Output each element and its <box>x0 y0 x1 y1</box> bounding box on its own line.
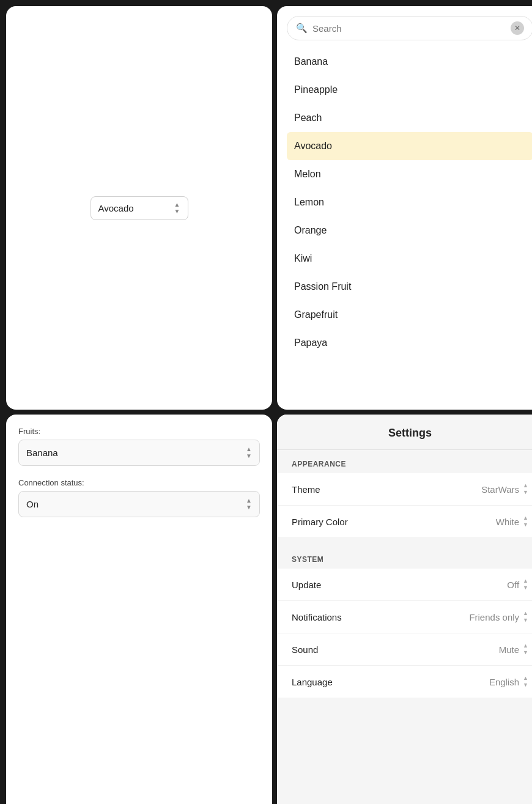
list-item[interactable]: Melon <box>287 160 532 188</box>
stepper-down-icon: ▼ <box>523 682 528 688</box>
update-label: Update <box>292 580 321 590</box>
list-item[interactable]: Papaya <box>287 329 532 357</box>
list-item[interactable]: Lemon <box>287 188 532 216</box>
stepper-up-icon: ▲ <box>523 643 528 649</box>
primary-color-stepper: ▲ ▼ <box>523 515 528 528</box>
theme-row[interactable]: Theme StarWars ▲ ▼ <box>277 473 532 506</box>
theme-value: StarWars <box>481 484 519 495</box>
connection-field-group: Connection status: On ▲ ▼ <box>18 478 260 517</box>
connection-stepper: ▲ ▼ <box>246 498 252 511</box>
stepper-up-icon: ▲ <box>523 483 528 489</box>
list-item[interactable]: Kiwi <box>287 245 532 273</box>
stepper-down-icon: ▼ <box>523 585 528 591</box>
list-item[interactable]: Passion Fruit <box>287 273 532 301</box>
fruits-select[interactable]: Banana ▲ ▼ <box>18 440 260 466</box>
top-left-panel: Avocado ▲ ▼ <box>6 6 272 410</box>
system-section-title: SYSTEM <box>277 545 532 569</box>
sound-row[interactable]: Sound Mute ▲ ▼ <box>277 633 532 666</box>
language-value-group: English ▲ ▼ <box>489 676 528 688</box>
language-label: Language <box>292 677 333 687</box>
list-item-selected[interactable]: Avocado <box>287 132 532 160</box>
update-stepper: ▲ ▼ <box>523 578 528 591</box>
fruits-select-value: Banana <box>26 448 58 458</box>
stepper-up-icon: ▲ <box>523 676 528 681</box>
update-row[interactable]: Update Off ▲ ▼ <box>277 569 532 601</box>
fruit-list: Banana Pineapple Peach Avocado Melon Lem… <box>287 48 532 357</box>
search-bar: 🔍 ✕ <box>287 16 532 40</box>
fruits-label: Fruits: <box>18 427 260 436</box>
sound-value-group: Mute ▲ ▼ <box>499 643 528 655</box>
stepper-up-icon: ▲ <box>174 202 180 208</box>
theme-value-group: StarWars ▲ ▼ <box>481 483 528 495</box>
stepper-down-icon: ▼ <box>174 208 180 215</box>
appearance-section-title: APPEARANCE <box>277 450 532 473</box>
sound-label: Sound <box>292 644 318 655</box>
notifications-row[interactable]: Notifications Friends only ▲ ▼ <box>277 601 532 633</box>
fruit-select-value: Avocado <box>98 203 134 213</box>
fruit-select-control[interactable]: Avocado ▲ ▼ <box>91 196 188 220</box>
fruit-select-stepper: ▲ ▼ <box>174 202 180 215</box>
search-icon: 🔍 <box>296 23 308 34</box>
stepper-up-icon: ▲ <box>523 578 528 584</box>
primary-color-label: Primary Color <box>292 517 348 527</box>
fruits-field-group: Fruits: Banana ▲ ▼ <box>18 427 260 466</box>
notifications-value: Friends only <box>469 612 519 622</box>
settings-panel: Settings APPEARANCE Theme StarWars ▲ ▼ P… <box>277 415 532 804</box>
search-input[interactable] <box>312 23 506 34</box>
primary-color-value: White <box>496 517 519 527</box>
section-divider <box>277 538 532 545</box>
search-clear-button[interactable]: ✕ <box>511 21 524 35</box>
connection-label: Connection status: <box>18 478 260 487</box>
list-item[interactable]: Pineapple <box>287 76 532 104</box>
stepper-up-icon: ▲ <box>523 515 528 521</box>
language-row[interactable]: Language English ▲ ▼ <box>277 666 532 698</box>
list-item[interactable]: Peach <box>287 104 532 132</box>
list-item[interactable]: Banana <box>287 48 532 76</box>
notifications-stepper: ▲ ▼ <box>523 611 528 623</box>
notifications-value-group: Friends only ▲ ▼ <box>469 611 528 623</box>
stepper-down-icon: ▼ <box>246 453 252 459</box>
stepper-down-icon: ▼ <box>523 490 528 495</box>
primary-color-value-group: White ▲ ▼ <box>496 515 528 528</box>
stepper-up-icon: ▲ <box>246 446 252 452</box>
stepper-down-icon: ▼ <box>523 522 528 528</box>
theme-label: Theme <box>292 484 320 495</box>
primary-color-row[interactable]: Primary Color White ▲ ▼ <box>277 506 532 538</box>
list-item[interactable]: Orange <box>287 216 532 245</box>
language-value: English <box>489 677 519 687</box>
connection-select[interactable]: On ▲ ▼ <box>18 491 260 517</box>
stepper-down-icon: ▼ <box>523 618 528 623</box>
stepper-down-icon: ▼ <box>523 650 528 655</box>
settings-title: Settings <box>277 415 532 450</box>
list-item[interactable]: Grapefruit <box>287 301 532 329</box>
bottom-left-panel: Fruits: Banana ▲ ▼ Connection status: On… <box>6 415 272 804</box>
theme-stepper: ▲ ▼ <box>523 483 528 495</box>
notifications-label: Notifications <box>292 612 342 622</box>
fruits-stepper: ▲ ▼ <box>246 446 252 459</box>
connection-select-value: On <box>26 499 39 509</box>
top-right-panel: 🔍 ✕ Banana Pineapple Peach Avocado Melon… <box>277 6 532 410</box>
stepper-down-icon: ▼ <box>246 504 252 511</box>
stepper-up-icon: ▲ <box>523 611 528 616</box>
sound-value: Mute <box>499 644 519 655</box>
update-value: Off <box>507 580 519 590</box>
update-value-group: Off ▲ ▼ <box>507 578 528 591</box>
language-stepper: ▲ ▼ <box>523 676 528 688</box>
stepper-up-icon: ▲ <box>246 498 252 504</box>
sound-stepper: ▲ ▼ <box>523 643 528 655</box>
